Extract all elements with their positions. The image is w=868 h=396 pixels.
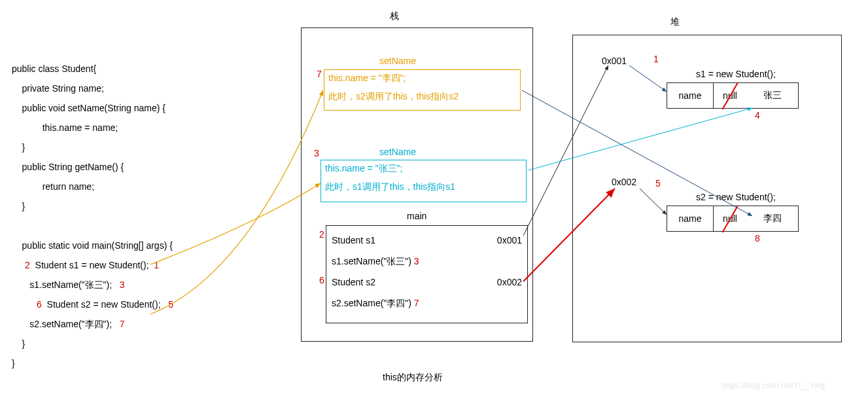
setname-frame-1: this.name = "李四"; 此时，s2调用了this，this指向s2 [324, 69, 521, 111]
setname-title-1: setName [379, 56, 416, 66]
step-num: 6 [319, 275, 324, 285]
step-num: 3 [314, 148, 319, 158]
main-frame: Student s10x001 s1.setName("张三") 3 Stude… [326, 225, 528, 323]
step-num: 3 [414, 256, 419, 266]
heap-obj-1: name null 张三 [667, 82, 799, 109]
stack-title: 栈 [390, 10, 399, 22]
diagram-caption: this的内存分析 [383, 372, 443, 384]
field-null: null [714, 206, 746, 231]
heap-box [572, 35, 842, 342]
heap-addr: 0x002 [612, 177, 636, 187]
heap-obj-label: s1 = new Student(); [696, 69, 776, 79]
code-line: this.name = name; [12, 122, 118, 133]
field-null: null [714, 83, 746, 108]
step-num: 7 [317, 69, 322, 79]
code-line: public static void main(String[] args) { [12, 240, 173, 251]
code-line: s1.setName("张三"); 3 [12, 279, 125, 290]
step-num: 1 [154, 260, 159, 270]
step-num: 1 [653, 54, 659, 64]
heap-title: 堆 [670, 16, 680, 28]
code-line: } [12, 201, 25, 211]
main-row: Student s20x002 [332, 272, 522, 293]
field-name: name [667, 83, 714, 108]
code-line: s2.setName("李四"); 7 [12, 319, 125, 329]
code-line: private String name; [12, 83, 104, 94]
main-row: s2.setName("李四") 7 [332, 293, 522, 314]
setname-frame-2: this.name = "张三"; 此时，s1调用了this，this指向s1 [321, 160, 527, 202]
setname-title-2: setName [379, 147, 416, 157]
heap-obj-label: s2 = new Student(); [696, 192, 776, 202]
step-num: 7 [414, 298, 419, 308]
setname-line: 此时，s1调用了this，this指向s1 [325, 181, 522, 193]
main-title: main [407, 211, 426, 221]
code-line: } [12, 358, 15, 369]
code-line: Student s2 = new Student(); [42, 299, 161, 310]
step-num: 2 [12, 260, 30, 270]
setname-line: 此时，s2调用了this，this指向s2 [328, 91, 516, 103]
watermark: https://blog.csdn.net/Yi__Ying [721, 381, 825, 390]
code-line: } [12, 338, 25, 349]
setname-line: this.name = "李四"; [328, 73, 516, 84]
setname-line: this.name = "张三"; [325, 163, 522, 175]
source-code: public class Student{ private String nam… [12, 39, 173, 373]
code-line: public void setName(String name) { [12, 103, 165, 113]
step-num: 3 [120, 279, 125, 290]
main-row: s1.setName("张三") 3 [332, 251, 522, 272]
step-num: 7 [120, 319, 125, 329]
code-line: public String getName() { [12, 162, 124, 172]
step-num: 2 [319, 229, 324, 240]
main-row: Student s10x001 [332, 230, 522, 251]
step-num: 5 [168, 299, 173, 310]
field-name: name [667, 206, 714, 231]
code-line: return name; [12, 181, 94, 192]
step-num: 6 [12, 299, 42, 310]
field-value: 张三 [746, 83, 798, 108]
step-num: 4 [755, 110, 760, 120]
heap-obj-2: name null 李四 [667, 206, 799, 232]
code-line: Student s1 = new Student(); [30, 260, 149, 270]
step-num: 5 [655, 178, 661, 189]
code-line: } [12, 142, 25, 153]
field-value: 李四 [746, 206, 798, 231]
step-num: 8 [755, 233, 760, 243]
heap-addr: 0x001 [602, 56, 627, 66]
code-line: public class Student{ [12, 63, 96, 74]
